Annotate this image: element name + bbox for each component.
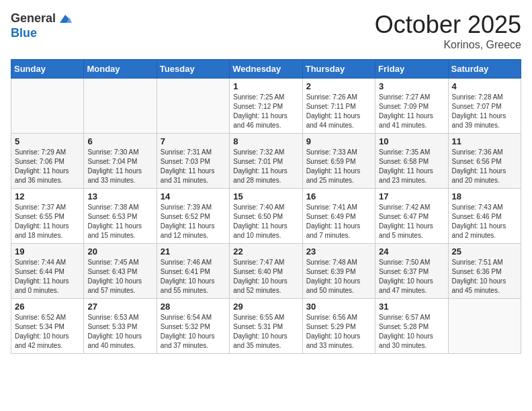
day-number: 24 (379, 246, 444, 257)
day-number: 19 (15, 246, 80, 257)
location: Korinos, Greece (375, 39, 521, 51)
day-info: Sunrise: 7:28 AM Sunset: 7:07 PM Dayligh… (452, 93, 517, 130)
day-info: Sunrise: 7:51 AM Sunset: 6:36 PM Dayligh… (452, 258, 517, 295)
day-info: Sunrise: 7:46 AM Sunset: 6:41 PM Dayligh… (161, 258, 226, 295)
day-info: Sunrise: 6:57 AM Sunset: 5:28 PM Dayligh… (379, 313, 444, 351)
day-number: 29 (233, 302, 298, 312)
day-number: 18 (452, 191, 517, 201)
day-info: Sunrise: 7:37 AM Sunset: 6:55 PM Dayligh… (15, 203, 80, 240)
day-number: 6 (87, 136, 152, 146)
table-row: 14Sunrise: 7:39 AM Sunset: 6:52 PM Dayli… (157, 189, 229, 244)
table-row: 7Sunrise: 7:31 AM Sunset: 7:03 PM Daylig… (157, 134, 229, 189)
day-number: 22 (233, 246, 298, 257)
day-info: Sunrise: 7:44 AM Sunset: 6:44 PM Dayligh… (15, 258, 80, 295)
table-row: 22Sunrise: 7:47 AM Sunset: 6:40 PM Dayli… (230, 244, 302, 299)
day-number: 5 (15, 136, 80, 146)
day-info: Sunrise: 7:35 AM Sunset: 6:58 PM Dayligh… (379, 148, 444, 185)
table-row: 8Sunrise: 7:32 AM Sunset: 7:01 PM Daylig… (230, 134, 302, 189)
table-row: 6Sunrise: 7:30 AM Sunset: 7:04 PM Daylig… (84, 134, 157, 189)
table-row: 5Sunrise: 7:29 AM Sunset: 7:06 PM Daylig… (11, 134, 84, 189)
day-number: 13 (87, 191, 152, 201)
day-number: 31 (379, 302, 444, 312)
table-row: 2Sunrise: 7:26 AM Sunset: 7:11 PM Daylig… (302, 79, 375, 134)
day-info: Sunrise: 7:50 AM Sunset: 6:37 PM Dayligh… (379, 258, 444, 295)
calendar-header-row: Sunday Monday Tuesday Wednesday Thursday… (11, 60, 521, 79)
day-number: 12 (15, 191, 80, 201)
day-number: 27 (87, 302, 152, 312)
day-number: 11 (452, 136, 517, 146)
day-number: 2 (306, 81, 371, 91)
day-info: Sunrise: 7:42 AM Sunset: 6:47 PM Dayligh… (379, 203, 444, 240)
table-row: 27Sunrise: 6:53 AM Sunset: 5:33 PM Dayli… (84, 299, 157, 354)
day-number: 25 (452, 246, 517, 257)
table-row: 1Sunrise: 7:25 AM Sunset: 7:12 PM Daylig… (230, 79, 302, 134)
col-sunday: Sunday (11, 60, 84, 79)
day-info: Sunrise: 7:47 AM Sunset: 6:40 PM Dayligh… (233, 258, 298, 295)
day-info: Sunrise: 7:27 AM Sunset: 7:09 PM Dayligh… (379, 93, 444, 130)
day-info: Sunrise: 7:41 AM Sunset: 6:49 PM Dayligh… (306, 203, 371, 240)
day-number: 16 (306, 191, 371, 201)
calendar-week-row: 19Sunrise: 7:44 AM Sunset: 6:44 PM Dayli… (11, 244, 521, 299)
table-row: 23Sunrise: 7:48 AM Sunset: 6:39 PM Dayli… (302, 244, 375, 299)
day-number: 17 (379, 191, 444, 201)
calendar-week-row: 26Sunrise: 6:52 AM Sunset: 5:34 PM Dayli… (11, 299, 521, 354)
table-row: 16Sunrise: 7:41 AM Sunset: 6:49 PM Dayli… (302, 189, 375, 244)
table-row: 30Sunrise: 6:56 AM Sunset: 5:29 PM Dayli… (302, 299, 375, 354)
table-row: 15Sunrise: 7:40 AM Sunset: 6:50 PM Dayli… (230, 189, 302, 244)
table-row: 25Sunrise: 7:51 AM Sunset: 6:36 PM Dayli… (448, 244, 521, 299)
table-row (84, 79, 157, 134)
table-row: 12Sunrise: 7:37 AM Sunset: 6:55 PM Dayli… (11, 189, 84, 244)
day-info: Sunrise: 7:45 AM Sunset: 6:43 PM Dayligh… (87, 258, 152, 295)
logo-blue: Blue (11, 27, 73, 40)
table-row (157, 79, 229, 134)
calendar-week-row: 5Sunrise: 7:29 AM Sunset: 7:06 PM Daylig… (11, 134, 521, 189)
day-number: 14 (161, 191, 226, 201)
day-number: 30 (306, 302, 371, 312)
day-info: Sunrise: 7:33 AM Sunset: 6:59 PM Dayligh… (306, 148, 371, 185)
table-row: 20Sunrise: 7:45 AM Sunset: 6:43 PM Dayli… (84, 244, 157, 299)
day-number: 21 (161, 246, 226, 257)
day-info: Sunrise: 7:39 AM Sunset: 6:52 PM Dayligh… (161, 203, 226, 240)
day-info: Sunrise: 7:48 AM Sunset: 6:39 PM Dayligh… (306, 258, 371, 295)
day-info: Sunrise: 6:56 AM Sunset: 5:29 PM Dayligh… (306, 313, 371, 351)
table-row (11, 79, 84, 134)
calendar-week-row: 1Sunrise: 7:25 AM Sunset: 7:12 PM Daylig… (11, 79, 521, 134)
table-row: 28Sunrise: 6:54 AM Sunset: 5:32 PM Dayli… (157, 299, 229, 354)
col-wednesday: Wednesday (230, 60, 302, 79)
table-row: 18Sunrise: 7:43 AM Sunset: 6:46 PM Dayli… (448, 189, 521, 244)
month-title: October 2025 (375, 11, 521, 39)
day-info: Sunrise: 6:52 AM Sunset: 5:34 PM Dayligh… (15, 313, 80, 351)
logo-general: General (11, 12, 56, 26)
day-info: Sunrise: 6:55 AM Sunset: 5:31 PM Dayligh… (233, 313, 298, 351)
day-info: Sunrise: 7:40 AM Sunset: 6:50 PM Dayligh… (233, 203, 298, 240)
table-row: 4Sunrise: 7:28 AM Sunset: 7:07 PM Daylig… (448, 79, 521, 134)
col-thursday: Thursday (302, 60, 375, 79)
table-row: 9Sunrise: 7:33 AM Sunset: 6:59 PM Daylig… (302, 134, 375, 189)
col-saturday: Saturday (448, 60, 521, 79)
title-block: October 2025 Korinos, Greece (375, 11, 521, 51)
col-tuesday: Tuesday (157, 60, 229, 79)
day-info: Sunrise: 6:53 AM Sunset: 5:33 PM Dayligh… (87, 313, 152, 351)
day-number: 3 (379, 81, 444, 91)
table-row: 26Sunrise: 6:52 AM Sunset: 5:34 PM Dayli… (11, 299, 84, 354)
table-row: 3Sunrise: 7:27 AM Sunset: 7:09 PM Daylig… (375, 79, 448, 134)
day-number: 15 (233, 191, 298, 201)
table-row: 13Sunrise: 7:38 AM Sunset: 6:53 PM Dayli… (84, 189, 157, 244)
day-info: Sunrise: 7:43 AM Sunset: 6:46 PM Dayligh… (452, 203, 517, 240)
day-number: 4 (452, 81, 517, 91)
day-info: Sunrise: 7:29 AM Sunset: 7:06 PM Dayligh… (15, 148, 80, 185)
logo: General Blue (11, 11, 73, 40)
table-row: 29Sunrise: 6:55 AM Sunset: 5:31 PM Dayli… (230, 299, 302, 354)
day-number: 9 (306, 136, 371, 146)
calendar-week-row: 12Sunrise: 7:37 AM Sunset: 6:55 PM Dayli… (11, 189, 521, 244)
day-info: Sunrise: 7:32 AM Sunset: 7:01 PM Dayligh… (233, 148, 298, 185)
table-row: 17Sunrise: 7:42 AM Sunset: 6:47 PM Dayli… (375, 189, 448, 244)
day-info: Sunrise: 7:36 AM Sunset: 6:56 PM Dayligh… (452, 148, 517, 185)
day-info: Sunrise: 7:26 AM Sunset: 7:11 PM Dayligh… (306, 93, 371, 130)
day-info: Sunrise: 6:54 AM Sunset: 5:32 PM Dayligh… (161, 313, 226, 351)
day-number: 8 (233, 136, 298, 146)
day-number: 26 (15, 302, 80, 312)
day-number: 20 (87, 246, 152, 257)
page-header: General Blue October 2025 Korinos, Greec… (11, 11, 521, 51)
table-row: 19Sunrise: 7:44 AM Sunset: 6:44 PM Dayli… (11, 244, 84, 299)
